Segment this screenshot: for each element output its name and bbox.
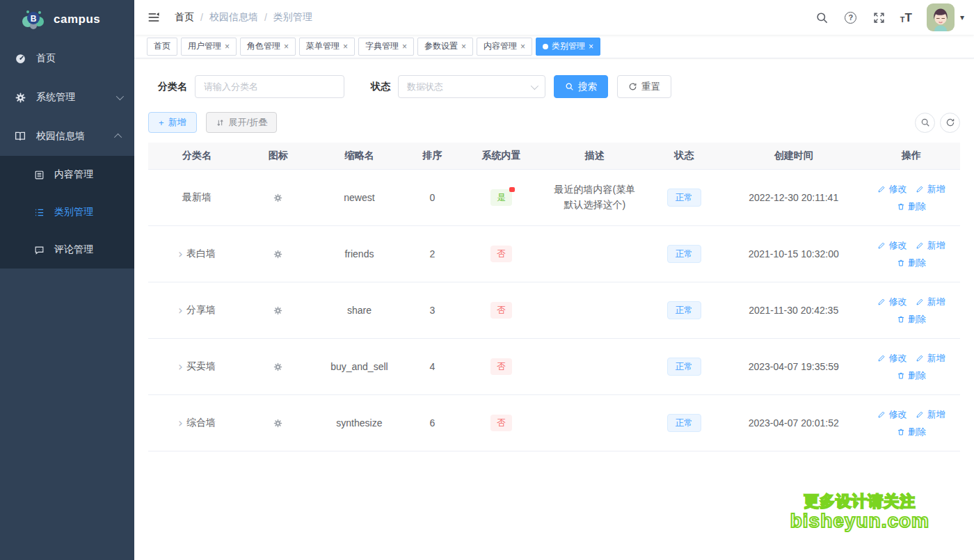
user-menu[interactable]: ▾ <box>927 3 964 31</box>
close-icon[interactable]: × <box>461 42 466 51</box>
watermark-line2: bisheyun.com <box>790 510 929 532</box>
chevron-up-icon <box>114 134 122 141</box>
tab-user-mgmt[interactable]: 用户管理× <box>181 38 237 56</box>
sidebar-item-category-mgmt[interactable]: 类别管理 <box>0 193 134 231</box>
add-child-link[interactable]: 新增 <box>916 183 945 195</box>
main-area: 首页 / 校园信息墙 / 类别管理 ? TT <box>134 0 974 560</box>
font-size-icon[interactable]: TT <box>900 12 912 24</box>
sidebar-submenu: 内容管理 类别管理 评论管理 <box>0 156 134 269</box>
edit-link[interactable]: 修改 <box>877 239 907 252</box>
close-icon[interactable]: × <box>284 42 289 51</box>
status-select-placeholder: 数据状态 <box>407 81 443 93</box>
list-icon <box>33 207 45 218</box>
col-header-description: 描述 <box>546 150 644 162</box>
close-icon[interactable]: × <box>520 42 525 51</box>
category-name-input[interactable] <box>195 75 344 98</box>
table-row[interactable]: ›综合墙 synthesize 6 否 正常 2023-04-07 20:01:… <box>148 395 960 451</box>
edit-icon <box>877 241 886 250</box>
created-time: 2023-04-07 20:01:52 <box>725 417 863 429</box>
gear-icon <box>273 305 283 316</box>
tab-param-settings[interactable]: 参数设置× <box>417 38 473 56</box>
sidebar-item-campus-wall[interactable]: 校园信息墙 <box>0 117 134 156</box>
sidebar-item-system[interactable]: 系统管理 <box>0 78 134 117</box>
close-icon[interactable]: × <box>225 42 230 51</box>
category-name: 买卖墙 <box>186 360 216 373</box>
trash-icon <box>897 371 905 380</box>
search-button[interactable]: 搜索 <box>554 75 608 98</box>
tab-category-mgmt[interactable]: 类别管理× <box>536 38 600 56</box>
filter-name-label: 分类名 <box>158 81 187 93</box>
delete-link[interactable]: 删除 <box>897 426 926 438</box>
filter-name: 分类名 <box>158 75 344 98</box>
show-search-button[interactable] <box>915 113 935 133</box>
expand-row-icon[interactable]: › <box>178 305 183 317</box>
col-header-ops: 操作 <box>863 150 960 162</box>
category-slug: newest <box>310 192 408 203</box>
delete-link[interactable]: 删除 <box>897 200 926 213</box>
fullscreen-icon[interactable] <box>872 10 887 25</box>
delete-link[interactable]: 删除 <box>897 257 926 269</box>
edit-icon <box>916 185 924 193</box>
sidebar: B campus 首页 系统管理 校园 <box>0 0 134 560</box>
status-select[interactable]: 数据状态 <box>398 75 545 98</box>
edit-link[interactable]: 修改 <box>877 296 907 308</box>
close-icon[interactable]: × <box>402 42 407 51</box>
table-row[interactable]: ›买卖墙 buy_and_sell 4 否 正常 2023-04-07 19:3… <box>148 339 960 395</box>
table-row[interactable]: ›表白墙 friends 2 否 正常 2021-10-15 10:32:00 … <box>148 226 960 282</box>
delete-link[interactable]: 删除 <box>897 313 926 326</box>
avatar[interactable] <box>927 3 955 31</box>
add-child-link[interactable]: 新增 <box>916 352 945 365</box>
sidebar-item-content-mgmt[interactable]: 内容管理 <box>0 156 134 193</box>
sidebar-item-label: 系统管理 <box>36 91 106 104</box>
edit-link[interactable]: 修改 <box>877 352 907 365</box>
category-description: 最近的墙内容(菜单默认选择这个) <box>546 182 644 212</box>
add-button[interactable]: + 新增 <box>148 112 197 133</box>
svg-text:B: B <box>31 14 37 24</box>
edit-icon <box>877 410 886 419</box>
category-slug: friends <box>310 248 408 259</box>
tab-content-mgmt[interactable]: 内容管理× <box>477 38 532 56</box>
sidebar-item-home[interactable]: 首页 <box>0 39 134 78</box>
add-child-link[interactable]: 新增 <box>916 408 945 421</box>
sidebar-item-comment-mgmt[interactable]: 评论管理 <box>0 231 134 269</box>
logo-bug-icon: B <box>21 7 46 32</box>
page-content: 分类名 状态 数据状态 搜索 重置 <box>134 58 974 560</box>
tab-role-mgmt[interactable]: 角色管理× <box>240 38 296 56</box>
edit-icon <box>877 298 886 306</box>
close-icon[interactable]: × <box>343 42 348 51</box>
reset-button[interactable]: 重置 <box>617 75 671 98</box>
close-icon[interactable]: × <box>589 42 593 51</box>
table-row[interactable]: ›分享墙 share 3 否 正常 2021-11-30 20:42:35 修改… <box>148 282 960 339</box>
created-time: 2021-11-30 20:42:35 <box>725 305 863 316</box>
sort-icon <box>216 118 225 127</box>
edit-icon <box>916 354 924 362</box>
expand-row-icon[interactable]: › <box>178 417 183 429</box>
tab-menu-mgmt[interactable]: 菜单管理× <box>299 38 355 56</box>
book-icon <box>14 130 26 143</box>
expand-collapse-button[interactable]: 展开/折叠 <box>206 112 278 133</box>
tags-bar: 首页 用户管理× 角色管理× 菜单管理× 字典管理× 参数设置× 内容管理× 类… <box>134 35 974 58</box>
add-child-link[interactable]: 新增 <box>916 296 945 308</box>
category-name: 表白墙 <box>186 248 216 260</box>
help-icon[interactable]: ? <box>843 10 859 25</box>
sidebar-fold-icon[interactable] <box>145 9 162 26</box>
tab-dict-mgmt[interactable]: 字典管理× <box>358 38 414 56</box>
table-row[interactable]: 最新墙 newest 0 是 最近的墙内容(菜单默认选择这个) 正常 2022-… <box>148 170 960 226</box>
breadcrumb-campus-wall: 校园信息墙 <box>209 11 258 24</box>
active-dot <box>543 44 548 49</box>
tab-home[interactable]: 首页 <box>147 38 177 56</box>
header-search-icon[interactable] <box>815 10 830 25</box>
breadcrumb-home[interactable]: 首页 <box>175 11 194 24</box>
trash-icon <box>897 202 905 211</box>
refresh-table-button[interactable] <box>940 113 960 133</box>
sidebar-item-label: 内容管理 <box>54 168 93 181</box>
add-child-link[interactable]: 新增 <box>916 239 945 252</box>
edit-link[interactable]: 修改 <box>877 408 907 421</box>
created-time: 2023-04-07 19:35:59 <box>725 361 863 372</box>
edit-link[interactable]: 修改 <box>877 183 907 195</box>
gear-icon <box>273 249 283 259</box>
delete-link[interactable]: 删除 <box>897 369 926 382</box>
expand-row-icon[interactable]: › <box>178 248 183 260</box>
expand-row-icon[interactable]: › <box>178 361 183 373</box>
status-badge: 正常 <box>667 414 701 433</box>
